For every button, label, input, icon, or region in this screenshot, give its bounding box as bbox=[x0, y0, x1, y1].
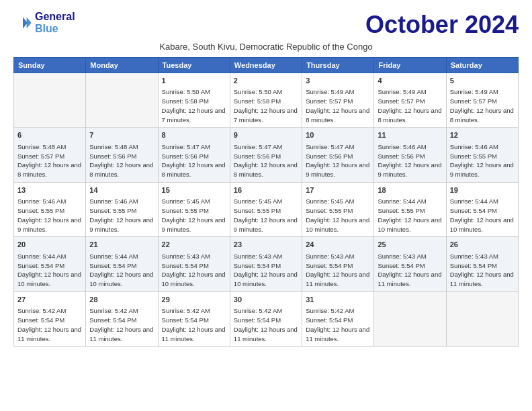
calendar-cell: 26Sunrise: 5:43 AM Sunset: 5:54 PM Dayli… bbox=[446, 237, 518, 291]
day-number: 18 bbox=[378, 185, 442, 195]
calendar-cell bbox=[446, 291, 518, 346]
day-number: 21 bbox=[89, 240, 154, 250]
calendar-table: SundayMondayTuesdayWednesdayThursdayFrid… bbox=[13, 57, 519, 347]
day-info: Sunrise: 5:47 AM Sunset: 5:56 PM Dayligh… bbox=[306, 142, 370, 179]
day-info: Sunrise: 5:43 AM Sunset: 5:54 PM Dayligh… bbox=[378, 252, 442, 289]
calendar-cell: 3Sunrise: 5:49 AM Sunset: 5:57 PM Daylig… bbox=[302, 73, 374, 128]
logo-text: General Blue bbox=[35, 11, 75, 34]
calendar-cell: 6Sunrise: 5:48 AM Sunset: 5:57 PM Daylig… bbox=[14, 128, 86, 182]
day-number: 6 bbox=[17, 130, 82, 140]
calendar-cell: 28Sunrise: 5:42 AM Sunset: 5:54 PM Dayli… bbox=[86, 291, 158, 346]
day-number: 19 bbox=[450, 185, 515, 195]
day-info: Sunrise: 5:42 AM Sunset: 5:54 PM Dayligh… bbox=[162, 306, 226, 343]
calendar-cell: 16Sunrise: 5:45 AM Sunset: 5:55 PM Dayli… bbox=[230, 182, 302, 236]
day-number: 26 bbox=[450, 240, 515, 250]
day-info: Sunrise: 5:45 AM Sunset: 5:55 PM Dayligh… bbox=[306, 197, 370, 234]
day-info: Sunrise: 5:46 AM Sunset: 5:55 PM Dayligh… bbox=[450, 142, 515, 179]
day-info: Sunrise: 5:42 AM Sunset: 5:54 PM Dayligh… bbox=[17, 306, 82, 343]
day-number: 27 bbox=[17, 295, 82, 305]
month-title: October 2024 bbox=[365, 11, 519, 39]
header-saturday: Saturday bbox=[446, 58, 518, 73]
calendar-cell: 11Sunrise: 5:46 AM Sunset: 5:56 PM Dayli… bbox=[374, 128, 446, 182]
day-info: Sunrise: 5:48 AM Sunset: 5:57 PM Dayligh… bbox=[17, 142, 82, 179]
calendar-subtitle: Kabare, South Kivu, Democratic Republic … bbox=[13, 42, 519, 52]
day-info: Sunrise: 5:43 AM Sunset: 5:54 PM Dayligh… bbox=[306, 252, 370, 289]
calendar-cell: 30Sunrise: 5:42 AM Sunset: 5:54 PM Dayli… bbox=[230, 291, 302, 346]
day-number: 25 bbox=[378, 240, 442, 250]
day-info: Sunrise: 5:50 AM Sunset: 5:58 PM Dayligh… bbox=[234, 87, 298, 124]
calendar-week-row: 1Sunrise: 5:50 AM Sunset: 5:58 PM Daylig… bbox=[14, 73, 519, 128]
day-number: 28 bbox=[89, 295, 154, 305]
day-number: 16 bbox=[234, 185, 298, 195]
calendar-cell: 31Sunrise: 5:42 AM Sunset: 5:54 PM Dayli… bbox=[302, 291, 374, 346]
calendar-cell: 1Sunrise: 5:50 AM Sunset: 5:58 PM Daylig… bbox=[158, 73, 230, 128]
day-number: 10 bbox=[306, 130, 370, 140]
day-info: Sunrise: 5:49 AM Sunset: 5:57 PM Dayligh… bbox=[450, 87, 515, 124]
day-number: 14 bbox=[89, 185, 154, 195]
day-info: Sunrise: 5:42 AM Sunset: 5:54 PM Dayligh… bbox=[89, 306, 154, 343]
calendar-cell: 29Sunrise: 5:42 AM Sunset: 5:54 PM Dayli… bbox=[158, 291, 230, 346]
header-tuesday: Tuesday bbox=[158, 58, 230, 73]
calendar-cell: 25Sunrise: 5:43 AM Sunset: 5:54 PM Dayli… bbox=[374, 237, 446, 291]
day-number: 8 bbox=[162, 130, 226, 140]
calendar-header-row: SundayMondayTuesdayWednesdayThursdayFrid… bbox=[14, 58, 519, 73]
calendar-cell: 24Sunrise: 5:43 AM Sunset: 5:54 PM Dayli… bbox=[302, 237, 374, 291]
day-number: 4 bbox=[378, 76, 442, 86]
calendar-week-row: 6Sunrise: 5:48 AM Sunset: 5:57 PM Daylig… bbox=[14, 128, 519, 182]
calendar-cell bbox=[86, 73, 158, 128]
day-info: Sunrise: 5:49 AM Sunset: 5:57 PM Dayligh… bbox=[306, 87, 370, 124]
day-info: Sunrise: 5:42 AM Sunset: 5:54 PM Dayligh… bbox=[234, 306, 298, 343]
day-number: 23 bbox=[234, 240, 298, 250]
day-number: 9 bbox=[234, 130, 298, 140]
calendar-cell: 22Sunrise: 5:43 AM Sunset: 5:54 PM Dayli… bbox=[158, 237, 230, 291]
day-number: 24 bbox=[306, 240, 370, 250]
day-info: Sunrise: 5:49 AM Sunset: 5:57 PM Dayligh… bbox=[378, 87, 442, 124]
header-thursday: Thursday bbox=[302, 58, 374, 73]
day-info: Sunrise: 5:46 AM Sunset: 5:56 PM Dayligh… bbox=[378, 142, 442, 179]
calendar-cell: 14Sunrise: 5:46 AM Sunset: 5:55 PM Dayli… bbox=[86, 182, 158, 236]
page-header: General Blue October 2024 bbox=[13, 11, 519, 39]
calendar-cell: 4Sunrise: 5:49 AM Sunset: 5:57 PM Daylig… bbox=[374, 73, 446, 128]
calendar-cell: 12Sunrise: 5:46 AM Sunset: 5:55 PM Dayli… bbox=[446, 128, 518, 182]
day-number: 1 bbox=[162, 76, 226, 86]
calendar-cell: 27Sunrise: 5:42 AM Sunset: 5:54 PM Dayli… bbox=[14, 291, 86, 346]
day-number: 31 bbox=[306, 295, 370, 305]
calendar-cell: 13Sunrise: 5:46 AM Sunset: 5:55 PM Dayli… bbox=[14, 182, 86, 236]
calendar-cell bbox=[374, 291, 446, 346]
day-number: 12 bbox=[450, 130, 515, 140]
day-info: Sunrise: 5:46 AM Sunset: 5:55 PM Dayligh… bbox=[89, 197, 154, 234]
day-number: 5 bbox=[450, 76, 515, 86]
day-info: Sunrise: 5:47 AM Sunset: 5:56 PM Dayligh… bbox=[234, 142, 298, 179]
calendar-week-row: 27Sunrise: 5:42 AM Sunset: 5:54 PM Dayli… bbox=[14, 291, 519, 346]
logo: General Blue bbox=[13, 11, 75, 34]
day-info: Sunrise: 5:48 AM Sunset: 5:56 PM Dayligh… bbox=[89, 142, 154, 179]
calendar-cell: 18Sunrise: 5:44 AM Sunset: 5:55 PM Dayli… bbox=[374, 182, 446, 236]
day-info: Sunrise: 5:43 AM Sunset: 5:54 PM Dayligh… bbox=[162, 252, 226, 289]
day-info: Sunrise: 5:45 AM Sunset: 5:55 PM Dayligh… bbox=[234, 197, 298, 234]
day-number: 22 bbox=[162, 240, 226, 250]
day-number: 29 bbox=[162, 295, 226, 305]
calendar-cell: 19Sunrise: 5:44 AM Sunset: 5:54 PM Dayli… bbox=[446, 182, 518, 236]
day-number: 7 bbox=[89, 130, 154, 140]
calendar-cell bbox=[14, 73, 86, 128]
day-info: Sunrise: 5:43 AM Sunset: 5:54 PM Dayligh… bbox=[450, 252, 515, 289]
header-monday: Monday bbox=[86, 58, 158, 73]
day-info: Sunrise: 5:44 AM Sunset: 5:54 PM Dayligh… bbox=[89, 252, 154, 289]
calendar-cell: 15Sunrise: 5:45 AM Sunset: 5:55 PM Dayli… bbox=[158, 182, 230, 236]
calendar-cell: 5Sunrise: 5:49 AM Sunset: 5:57 PM Daylig… bbox=[446, 73, 518, 128]
day-number: 2 bbox=[234, 76, 298, 86]
header-sunday: Sunday bbox=[14, 58, 86, 73]
calendar-cell: 20Sunrise: 5:44 AM Sunset: 5:54 PM Dayli… bbox=[14, 237, 86, 291]
day-info: Sunrise: 5:47 AM Sunset: 5:56 PM Dayligh… bbox=[162, 142, 226, 179]
calendar-cell: 17Sunrise: 5:45 AM Sunset: 5:55 PM Dayli… bbox=[302, 182, 374, 236]
header-wednesday: Wednesday bbox=[230, 58, 302, 73]
day-info: Sunrise: 5:42 AM Sunset: 5:54 PM Dayligh… bbox=[306, 306, 370, 343]
calendar-cell: 10Sunrise: 5:47 AM Sunset: 5:56 PM Dayli… bbox=[302, 128, 374, 182]
calendar-cell: 21Sunrise: 5:44 AM Sunset: 5:54 PM Dayli… bbox=[86, 237, 158, 291]
calendar-cell: 8Sunrise: 5:47 AM Sunset: 5:56 PM Daylig… bbox=[158, 128, 230, 182]
day-info: Sunrise: 5:43 AM Sunset: 5:54 PM Dayligh… bbox=[234, 252, 298, 289]
day-number: 20 bbox=[17, 240, 82, 250]
day-info: Sunrise: 5:50 AM Sunset: 5:58 PM Dayligh… bbox=[162, 87, 226, 124]
day-number: 13 bbox=[17, 185, 82, 195]
calendar-week-row: 20Sunrise: 5:44 AM Sunset: 5:54 PM Dayli… bbox=[14, 237, 519, 291]
